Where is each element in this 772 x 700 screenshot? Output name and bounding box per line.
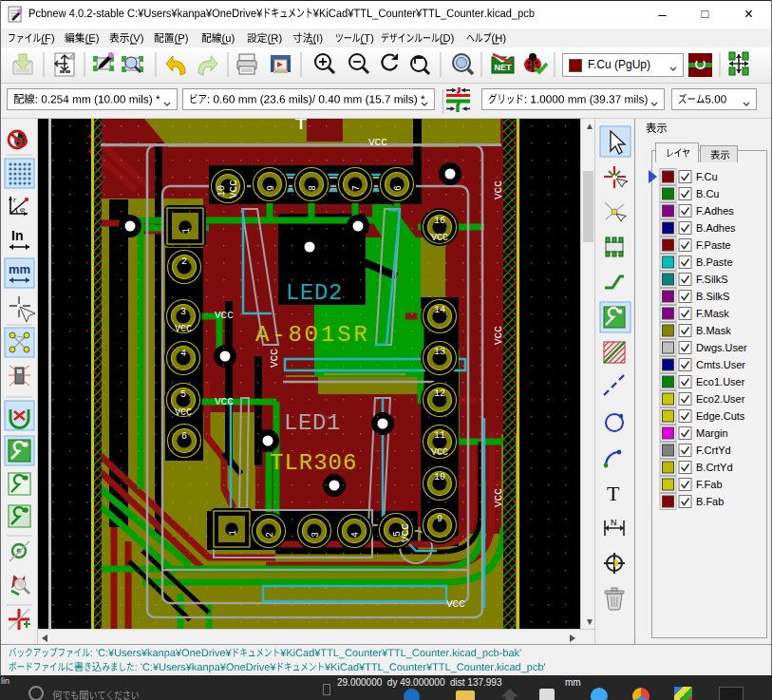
svg-text:F.Mask: F.Mask (696, 308, 729, 319)
svg-text:F.SilkS: F.SilkS (696, 274, 728, 285)
svg-text:N: N (611, 518, 617, 527)
svg-text:Eco2.User: Eco2.User (696, 393, 745, 405)
svg-text:r: r (13, 196, 17, 204)
svg-text:F.CrtYd: F.CrtYd (696, 445, 731, 456)
svg-text:mm: mm (9, 262, 30, 276)
svg-text:Edge.Cuts: Edge.Cuts (696, 410, 745, 422)
svg-text:F.Adhes: F.Adhes (696, 205, 734, 217)
svg-text:B.Fab: B.Fab (696, 496, 724, 507)
svg-text:B.Cu: B.Cu (696, 188, 719, 199)
svg-text:φ: φ (20, 204, 25, 214)
svg-text:Dwgs.User: Dwgs.User (696, 342, 747, 353)
svg-text:T: T (607, 482, 620, 505)
svg-text:F.Cu: F.Cu (696, 171, 718, 182)
svg-text:In: In (11, 228, 23, 243)
svg-text:B.Paste: B.Paste (696, 256, 733, 268)
svg-text:B.Adhes: B.Adhes (696, 222, 736, 234)
svg-text:B.SilkS: B.SilkS (696, 291, 729, 302)
svg-text:B.Mask: B.Mask (696, 325, 731, 336)
svg-text:Cmts.User: Cmts.User (696, 359, 745, 370)
svg-text:NET: NET (495, 63, 513, 72)
svg-text:F.Fab: F.Fab (696, 479, 723, 490)
svg-text:F.Paste: F.Paste (696, 239, 731, 251)
svg-text:B.CrtYd: B.CrtYd (696, 462, 733, 473)
svg-text:Margin: Margin (696, 427, 728, 439)
svg-text:Eco1.User: Eco1.User (696, 376, 745, 388)
